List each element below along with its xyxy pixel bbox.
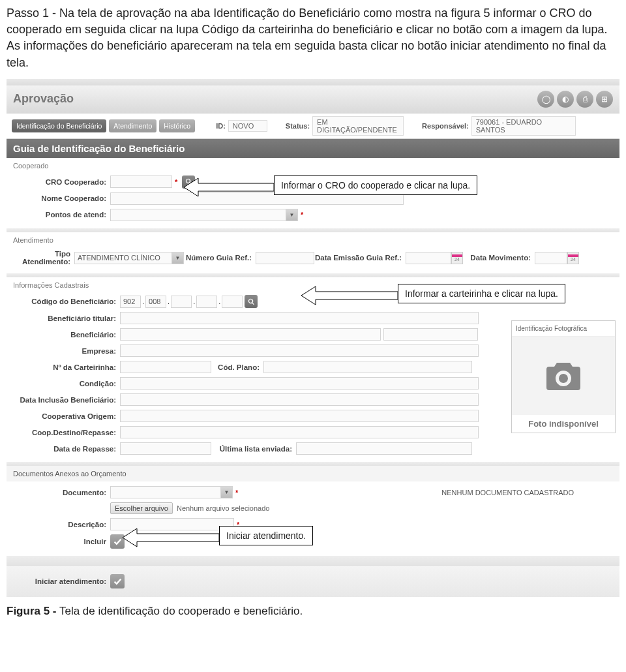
beneficiario-label: Beneficiário: [16,331,120,339]
no-file-text: Nenhum arquivo selecionado [177,504,269,512]
beneficiario-input[interactable] [120,328,381,341]
required-star: * [298,211,306,219]
choose-file-button[interactable]: Escolher arquivo [110,502,173,514]
datarepasse-label: Data de Repasse: [16,445,120,453]
status-label: Status: [286,122,310,130]
callout-arrow-3 [123,526,220,549]
chevron-down-icon: ▼ [286,209,298,221]
tab-atendimento[interactable]: Atendimento [109,119,156,132]
photo-caption: Foto indisponível [512,415,615,433]
codigo-p5[interactable] [222,296,243,308]
coopdest-input[interactable] [120,426,479,438]
required-star: * [233,489,241,496]
header-btn-4[interactable]: ⊞ [596,91,613,108]
codigo-p1[interactable] [120,296,141,308]
cooporig-input[interactable] [120,410,479,422]
photo-id-box: Identificação Fotográfica Foto indisponí… [511,320,616,433]
tab-row: Identificação do Beneficiário Atendiment… [7,113,619,139]
calendar-icon[interactable]: 24 [451,252,463,264]
condicao-input[interactable] [120,377,479,389]
iniciar-atendimento-button[interactable] [110,574,125,588]
callout-1: Informar o CRO do cooperado e clicar na … [274,176,477,195]
footer-panel: Iniciar atendimento: [7,565,619,597]
codigo-benef-label: Código do Beneficiário: [16,298,120,305]
app-screenshot: Aprovação ◯ ◐ ⎙ ⊞ Identificação do Benef… [7,79,619,597]
page-title: Aprovação [13,92,74,106]
cooporig-label: Cooperativa Origem: [16,412,120,420]
documento-select[interactable]: ▼ [110,486,233,498]
titular-input[interactable] [120,312,479,324]
chevron-down-icon: ▼ [172,252,184,264]
empresa-input[interactable] [120,344,479,357]
iniciar-label: Iniciar atendimento: [16,577,110,585]
codigo-lupa-button[interactable] [245,295,258,308]
documento-label: Documento: [16,489,110,496]
svg-marker-0 [184,178,274,196]
codigo-p3[interactable] [171,296,192,308]
tipo-atend-input [74,252,172,264]
header-btn-3[interactable]: ⎙ [576,91,593,108]
atendimento-panel: Tipo Atendimento: ▼ Número Guia Ref.: Da… [7,245,619,273]
infocad-panel: Identificação Fotográfica Foto indisponí… [7,290,619,462]
callout-2: Informar a carteirinha e clicar na lupa. [398,284,565,303]
ultima-label: Última lista enviada: [211,445,296,453]
tipo-atend-dropdown[interactable]: ▼ [74,252,184,264]
codplano-input[interactable] [263,361,472,373]
datamov-label: Data Movimento: [463,254,535,262]
titular-label: Beneficiário titular: [16,314,120,322]
codplano-label: Cód. Plano: [211,363,263,371]
ultima-input[interactable] [296,442,472,455]
app-header: Aprovação ◯ ◐ ⎙ ⊞ [7,85,619,113]
check-icon [113,577,122,586]
photo-head: Identificação Fotográfica [512,321,615,337]
pontos-atend-input[interactable] [110,209,286,221]
cooperado-legend: Cooperado [7,158,619,171]
magnifier-icon [248,298,255,305]
empresa-label: Empresa: [16,347,120,355]
numguia-label: Número Guia Ref.: [184,254,256,262]
camera-icon [543,359,584,393]
codigo-p2[interactable] [145,296,166,308]
datarepasse-input[interactable] [120,442,211,455]
pontos-atend-dropdown[interactable]: ▼ [110,209,298,221]
id-label: ID: [216,122,226,130]
svg-marker-1 [301,286,398,305]
condicao-label: Condição: [16,380,120,388]
tipo-atend-label: Tipo Atendimento: [16,250,74,266]
pontos-atend-label: Pontos de atend: [16,211,110,219]
chevron-down-icon: ▼ [221,486,233,498]
numguia-input[interactable] [256,252,314,264]
header-btn-2[interactable]: ◐ [557,91,574,108]
tab-historico[interactable]: Histórico [159,119,195,132]
svg-marker-2 [123,528,219,547]
callout-arrow-1 [184,176,275,199]
instruction-paragraph: Passo 1 - Na tela de aprovação na aba Id… [0,0,626,74]
datamov-input[interactable] [535,252,567,264]
atendimento-legend: Atendimento [7,232,619,245]
dataemissao-input[interactable] [406,252,451,264]
inclusao-input[interactable] [120,393,479,406]
header-action-buttons: ◯ ◐ ⎙ ⊞ [537,91,613,108]
status-value: EM DIGITAÇÃO/PENDENTE [312,116,404,136]
calendar-icon[interactable]: 24 [567,252,579,264]
figure-caption: Figura 5 - Tela de identificação do coop… [0,601,626,624]
header-btn-1[interactable]: ◯ [537,91,554,108]
nodoc-text: NENHUM DOCUMENTO CADASTRADO [441,489,574,496]
section-title: Guia de Identificação do Beneficiário [7,139,619,158]
coopdest-label: Coop.Destino/Repasse: [16,429,120,436]
inclusao-label: Data Inclusão Beneficiário: [16,396,120,404]
responsavel-value: 790061 - EDUARDO SANTOS [471,116,576,136]
incluir-label: Incluir [16,538,110,545]
codigo-p4[interactable] [196,296,217,308]
responsavel-label: Responsável: [422,122,469,130]
tab-identificacao[interactable]: Identificação do Beneficiário [12,119,106,132]
carteirinha-label: Nº da Carteirinha: [16,363,120,371]
docs-legend: Documentos Anexos ao Orçamento [7,466,619,481]
figure-caption-text: Figura 5 - Tela de identificação do coop… [7,605,303,617]
nome-cooperado-label: Nome Cooperado: [16,194,110,202]
cro-input[interactable] [110,176,172,188]
carteirinha-input[interactable] [120,361,211,373]
beneficiario-extra-input[interactable] [383,328,478,341]
dataemissao-label: Data Emissão Guia Ref.: [314,254,406,262]
descricao-label: Descrição: [16,521,110,528]
